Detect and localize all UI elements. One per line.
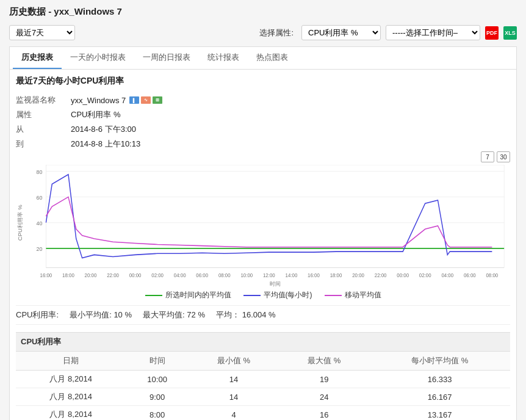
svg-text:20:00: 20:00 [85,273,97,278]
svg-text:80: 80 [37,168,43,175]
grid-icon[interactable]: ⊞ [153,96,162,104]
svg-text:CPU利用率 %: CPU利用率 % [17,205,23,241]
svg-text:00:00: 00:00 [397,273,409,278]
section-title: 最近7天的每小时CPU利用率 [16,76,510,87]
chart-btn-7[interactable]: 7 [481,151,494,162]
data-section-title: CPU利用率 [16,332,510,352]
legend-label-moving-avg: 移动平均值 [345,290,381,300]
range-select[interactable]: 最近7天最近30天最近3个月最近1年 [9,25,75,40]
bar-chart-icon[interactable]: ▌ [129,96,139,104]
chart-svg: 80 60 40 20 CPU利用率 % 16:00 18:00 20:00 2… [16,165,510,287]
stats-max-unit: % [198,310,205,319]
svg-text:04:00: 04:00 [174,273,186,278]
stats-min-unit: % [124,310,132,319]
svg-text:14:00: 14:00 [286,273,298,278]
property-select[interactable]: CPU利用率 % [301,25,381,40]
tab-heatmap[interactable]: 热点图表 [248,47,297,69]
pdf-icon[interactable]: PDF [485,26,499,40]
monitor-label: 监视器名称 [16,95,71,106]
stats-min-label: 最小平均值: [70,310,112,319]
info-row-property: 属性 CPU利用率 % [16,107,510,122]
stats-max-value: 72 [187,310,195,319]
monitor-value: yxx_Windows 7 ▌ ∿ ⊞ [71,96,162,105]
tab-stats-report[interactable]: 统计报表 [199,47,248,69]
to-value: 2014-8-8 上午10:13 [71,139,140,150]
stats-max-label: 最大平均值: [143,310,185,319]
info-row-monitor: 监视器名称 yxx_Windows 7 ▌ ∿ ⊞ [16,93,510,107]
stats-avg-unit: % [268,310,276,319]
svg-text:60: 60 [37,195,43,201]
legend-label-avg-selected: 所选时间内的平均值 [165,290,231,300]
legend-moving-avg: 移动平均值 [325,290,381,300]
legend-avg-hourly: 平均值(每小时) [243,290,312,300]
info-row-to: 到 2014-8-8 上午10:13 [16,137,510,151]
from-value: 2014-8-6 下午3:00 [71,124,136,135]
tabs-bar: 历史报表 一天的小时报表 一周的日报表 统计报表 热点图表 [9,46,517,69]
svg-text:06:00: 06:00 [196,273,208,278]
line-chart-icon[interactable]: ∿ [141,96,151,104]
to-label: 到 [16,139,71,150]
chart-legend: 所选时间内的平均值 平均值(每小时) 移动平均值 [16,290,510,300]
col-header-avg: 每小时平均值 % [369,352,510,371]
col-header-max: 最大值 % [279,352,369,371]
table-row: 八月 8,201410:00141916.333 [16,371,510,388]
col-header-date: 日期 [16,352,126,371]
right-controls: 选择属性: CPU利用率 % -----选择工作时间– PDF XLS [259,25,517,40]
svg-text:16:00: 16:00 [40,273,52,278]
svg-text:16:00: 16:00 [308,273,320,278]
stats-title: CPU利用率: [16,310,59,319]
page-title: 历史数据 - yxx_Windows 7 [9,6,517,18]
tab-history-report[interactable]: 历史报表 [13,47,62,69]
xls-icon[interactable]: XLS [503,26,517,40]
chart-btn-30[interactable]: 30 [497,151,510,162]
stats-min-value: 10 [113,310,122,319]
svg-text:22:00: 22:00 [107,273,119,278]
tab-hourly-report[interactable]: 一天的小时报表 [62,47,134,69]
property-label: 选择属性: [259,27,294,38]
worktime-select[interactable]: -----选择工作时间– [386,25,480,40]
svg-text:06:00: 06:00 [464,273,476,278]
col-header-time: 时间 [126,352,189,371]
info-row-from: 从 2014-8-6 下午3:00 [16,122,510,137]
svg-text:08:00: 08:00 [486,273,498,278]
svg-text:10:00: 10:00 [240,273,253,278]
svg-text:20: 20 [37,246,43,252]
svg-text:00:00: 00:00 [129,273,142,278]
col-header-min: 最小值 % [189,352,279,371]
stats-avg-value: 16.004 [242,310,267,319]
svg-text:02:00: 02:00 [419,273,431,278]
svg-text:20:00: 20:00 [352,273,364,278]
mini-icons: ▌ ∿ ⊞ [129,96,162,104]
property-row-value: CPU利用率 % [71,109,121,120]
legend-label-avg-hourly: 平均值(每小时) [264,290,312,300]
table-row: 八月 8,20148:0041613.167 [16,406,510,421]
svg-text:12:00: 12:00 [263,273,275,278]
left-controls: 最近7天最近30天最近3个月最近1年 [9,25,75,40]
tab-daily-report[interactable]: 一周的日报表 [134,47,199,69]
svg-text:08:00: 08:00 [218,273,231,278]
chart-buttons: 7 30 [16,151,510,162]
svg-text:40: 40 [37,220,43,226]
from-label: 从 [16,124,71,135]
svg-text:时间: 时间 [270,281,280,287]
svg-text:18:00: 18:00 [62,273,74,278]
main-content: 最近7天的每小时CPU利用率 监视器名称 yxx_Windows 7 ▌ ∿ ⊞… [9,69,517,420]
chart-area: 80 60 40 20 CPU利用率 % 16:00 18:00 20:00 2… [16,165,510,287]
stats-avg-label: 平均： [216,310,240,319]
legend-line-green [145,295,162,296]
page-wrapper: 历史数据 - yxx_Windows 7 最近7天最近30天最近3个月最近1年 … [0,0,526,420]
top-bar: 最近7天最近30天最近3个月最近1年 选择属性: CPU利用率 % -----选… [9,25,517,40]
svg-text:22:00: 22:00 [375,273,387,278]
stats-bar: CPU利用率: 最小平均值: 10 % 最大平均值: 72 % 平均： 16.0… [16,305,510,325]
svg-text:04:00: 04:00 [441,273,453,278]
legend-line-pink [325,295,342,296]
svg-text:02:00: 02:00 [151,273,164,278]
property-row-label: 属性 [16,109,71,120]
legend-avg-selected: 所选时间内的平均值 [145,290,231,300]
svg-text:18:00: 18:00 [330,273,342,278]
data-table: 日期 时间 最小值 % 最大值 % 每小时平均值 % 八月 8,201410:0… [16,352,510,420]
legend-line-blue [243,295,261,296]
table-row: 八月 8,20149:00142416.167 [16,388,510,406]
